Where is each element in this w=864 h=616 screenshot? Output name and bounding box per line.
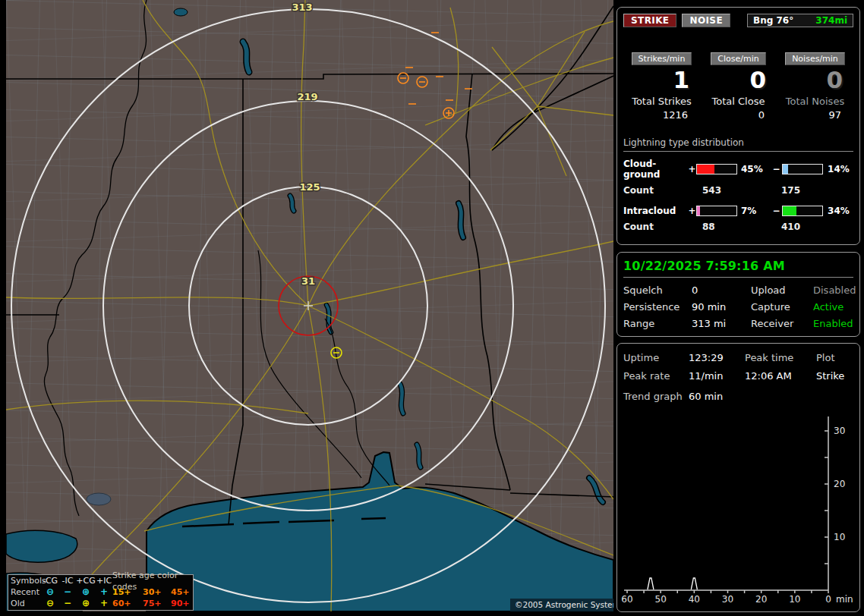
trend-y-tick: 30 bbox=[834, 426, 845, 436]
ic-neg-old-icon: − bbox=[59, 598, 76, 609]
total-close-value: 0 bbox=[700, 109, 777, 121]
noises-per-min-value: 0 bbox=[777, 67, 853, 93]
strikes-per-min-value: 1 bbox=[623, 67, 700, 93]
cg-plus-count: 543 bbox=[702, 185, 781, 196]
cg-plus-bar-fill bbox=[697, 165, 714, 174]
distribution-title: Lightning type distribution bbox=[623, 137, 853, 152]
legend-col-ic-pos: +IC bbox=[96, 575, 112, 586]
uptime-value: 123:29 bbox=[689, 352, 745, 363]
ic-neg-recent-icon: − bbox=[59, 586, 76, 598]
trend-graph-window: 60 min bbox=[689, 391, 853, 402]
age-30: 30+ bbox=[143, 586, 171, 598]
plot-value: Strike bbox=[816, 370, 853, 382]
bearing-value: Bng 76° bbox=[753, 15, 793, 26]
total-noises-value: 97 bbox=[777, 109, 853, 121]
upload-status: Disabled bbox=[813, 284, 856, 296]
cg-neg-recent-icon: ⊖ bbox=[41, 586, 59, 598]
ring-label-313: 313 bbox=[292, 2, 312, 13]
plot-label: Plot bbox=[816, 352, 853, 363]
copyright-text: ©2005 Astrogenic Systems bbox=[515, 600, 613, 609]
plus-sign: + bbox=[688, 164, 696, 174]
ic-plus-bar bbox=[696, 206, 737, 216]
trend-x-tick: 30 bbox=[722, 594, 733, 605]
persistence-label: Persistence bbox=[623, 301, 692, 313]
plus-sign: + bbox=[688, 206, 696, 216]
age-75: 75+ bbox=[143, 598, 171, 609]
small-lake bbox=[174, 8, 188, 16]
receiver-status: Enabled bbox=[813, 318, 856, 329]
legend-col-cg-neg: -CG bbox=[41, 575, 59, 586]
strike-mode-button[interactable]: STRIKE bbox=[623, 14, 676, 27]
capture-status: Active bbox=[813, 301, 856, 313]
strikes-per-min-chip[interactable]: Strikes/min bbox=[632, 52, 692, 65]
squelch-label: Squelch bbox=[623, 284, 692, 296]
peak-time-value: 12:06 AM bbox=[745, 370, 816, 382]
ic-pos-old-icon: + bbox=[96, 598, 112, 609]
trend-x-tick: 20 bbox=[755, 594, 767, 605]
peak-rate-value: 11/min bbox=[689, 370, 745, 382]
close-per-min-chip[interactable]: Close/min bbox=[711, 52, 765, 65]
ic-plus-pct: 7% bbox=[741, 206, 767, 216]
trend-x-tick: 40 bbox=[689, 594, 700, 605]
noise-mode-button[interactable]: NOISE bbox=[682, 14, 730, 27]
cg-minus-count: 175 bbox=[781, 185, 800, 196]
trend-x-axis-unit: min bbox=[836, 594, 853, 605]
trend-y-tick: 10 bbox=[834, 532, 845, 542]
legend-col-cg-pos: +CG bbox=[76, 575, 96, 586]
trend-y-tick: 20 bbox=[834, 479, 845, 489]
peak-time-label: Peak time bbox=[745, 352, 816, 363]
cloud-ground-label: Cloud-ground bbox=[623, 159, 688, 180]
cg-minus-bar-fill bbox=[783, 165, 788, 174]
cg-minus-bar bbox=[782, 164, 823, 174]
trend-x-tick: 0 bbox=[825, 594, 831, 605]
ring-label-31: 31 bbox=[301, 275, 315, 287]
status-panel: 10/22/2025 7:59:16 AM Squelch 0 Upload D… bbox=[616, 252, 860, 337]
small-lake bbox=[87, 493, 111, 505]
ic-minus-bar bbox=[782, 206, 823, 216]
ring-label-219: 219 bbox=[297, 91, 317, 102]
uptime-label: Uptime bbox=[623, 352, 689, 363]
ic-pos-recent-icon: + bbox=[96, 586, 112, 598]
trend-x-tick: 50 bbox=[655, 594, 667, 605]
age-90: 90+ bbox=[171, 598, 195, 609]
trend-panel: Uptime 123:29 Peak time Plot Peak rate 1… bbox=[616, 343, 860, 612]
peak-rate-label: Peak rate bbox=[623, 370, 689, 382]
cg-plus-bar bbox=[696, 164, 737, 174]
ic-plus-bar-fill bbox=[697, 206, 700, 215]
total-strikes-label: Total Strikes bbox=[623, 96, 700, 107]
cg-plus-pct: 45% bbox=[741, 164, 767, 174]
total-noises-label: Total Noises bbox=[777, 96, 853, 107]
cg-neg-old-icon: ⊖ bbox=[41, 598, 59, 609]
squelch-value: 0 bbox=[692, 284, 751, 296]
total-strikes-value: 1216 bbox=[623, 109, 700, 121]
ic-minus-pct: 34% bbox=[828, 206, 853, 216]
trend-graph-label: Trend graph bbox=[623, 391, 689, 402]
trend-x-tick: 10 bbox=[789, 594, 800, 605]
persistence-value: 90 min bbox=[692, 301, 751, 313]
trend-x-tick: 60 bbox=[621, 594, 632, 605]
legend-symbols-label: Symbols bbox=[11, 575, 41, 586]
ring-label-125: 125 bbox=[299, 181, 320, 193]
noises-per-min-chip[interactable]: Noises/min bbox=[785, 52, 845, 65]
upload-label: Upload bbox=[751, 284, 813, 296]
capture-label: Capture bbox=[751, 301, 813, 313]
lake-pontchartrain bbox=[6, 530, 77, 562]
age-60: 60+ bbox=[112, 598, 143, 609]
receiver-label: Receiver bbox=[751, 318, 813, 329]
close-per-min-value: 0 bbox=[700, 67, 777, 93]
ic-minus-count: 410 bbox=[781, 222, 800, 232]
minus-sign: − bbox=[772, 206, 780, 216]
cg-minus-pct: 14% bbox=[828, 164, 853, 174]
counters-panel: STRIKE NOISE Bng 76° 374mi Strikes/min C… bbox=[616, 7, 860, 245]
symbols-legend: Symbols -CG -IC +CG +IC Strike age color… bbox=[8, 574, 194, 611]
strike-trend-graph: 6050403020100min102030 bbox=[620, 410, 856, 611]
lake-eufaula bbox=[400, 384, 403, 413]
total-close-label: Total Close bbox=[700, 96, 777, 107]
cg-pos-old-icon: ⊕ bbox=[76, 598, 96, 609]
intracloud-label: Intracloud bbox=[623, 206, 688, 216]
cloud-ground-row: Cloud-ground + 45% − 14% bbox=[623, 159, 853, 180]
lightning-map[interactable]: 31321912531 ©2005 Astrogenic Systems Sym… bbox=[6, 0, 613, 611]
datetime-display: 10/22/2025 7:59:16 AM bbox=[623, 259, 853, 278]
trend-peak bbox=[648, 578, 654, 589]
count-label: Count bbox=[623, 222, 702, 232]
